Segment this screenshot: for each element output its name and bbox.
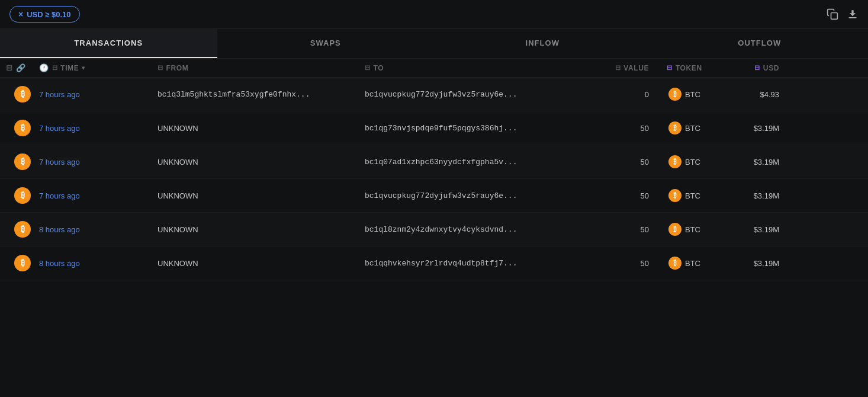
column-headers: ⊟ 🔗 🕐 ⊟ TIME ▾ ⊟ FROM ⊟ TO ⊟ VALUE ⊟ TOK… (0, 59, 868, 78)
svg-rect-1 (848, 17, 856, 18)
row-usd: $3.19M (720, 191, 779, 200)
row-from: UNKNOWN (157, 225, 365, 234)
row-icon-col: ₿ (6, 221, 39, 238)
row-icon-col: ₿ (6, 187, 39, 204)
row-to: bc1ql8znm2y4zdwnxytvy4cyksdvnd... (365, 225, 590, 234)
tab-bar: TRANSACTIONS SWAPS INFLOW OUTFLOW (0, 29, 868, 59)
token-btc-icon: ₿ (668, 88, 681, 101)
row-token: ₿ BTC (649, 223, 720, 236)
row-icon-col: ₿ (6, 255, 39, 271)
table-row[interactable]: ₿ 8 hours ago UNKNOWN bc1qqhvkehsyr2rlrd… (0, 246, 868, 280)
token-label: TOKEN (676, 64, 702, 72)
usd-label: USD (763, 64, 779, 72)
filter-icon-time: ⊟ (52, 64, 58, 72)
table-row[interactable]: ₿ 7 hours ago UNKNOWN bc1qvucpkug772dyju… (0, 179, 868, 213)
row-token: ₿ BTC (649, 257, 720, 270)
row-to: bc1qvucpkug772dyjufw3vz5rauy6e... (365, 191, 590, 200)
row-to: bc1q07ad1xzhpc63nyydcfxfgpha5v... (365, 158, 590, 167)
from-label: FROM (166, 64, 189, 72)
row-from: UNKNOWN (157, 259, 365, 268)
btc-icon: ₿ (14, 221, 31, 238)
row-time: 8 hours ago (39, 259, 157, 268)
row-time: 7 hours ago (39, 124, 157, 133)
row-icon-col: ₿ (6, 120, 39, 136)
row-usd: $3.19M (720, 225, 779, 234)
col-header-value[interactable]: ⊟ VALUE (590, 64, 649, 72)
filter-icon-from: ⊟ (157, 64, 163, 72)
table-row[interactable]: ₿ 7 hours ago UNKNOWN bc1qg73nvjspdqe9fu… (0, 111, 868, 145)
table-row[interactable]: ₿ 7 hours ago bc1q3lm5ghktslmfra53xygfe0… (0, 78, 868, 111)
row-to: bc1qqhvkehsyr2rlrdvq4udtp8tfj7... (365, 259, 590, 268)
col-header-to[interactable]: ⊟ TO (365, 64, 590, 72)
top-bar: × USD ≥ $0.10 (0, 0, 868, 29)
filter-icon-token: ⊟ (667, 64, 673, 72)
copy-icon[interactable] (827, 8, 838, 20)
row-time: 7 hours ago (39, 191, 157, 200)
download-icon[interactable] (847, 8, 859, 20)
row-to: bc1qg73nvjspdqe9fuf5pqgys386hj... (365, 124, 590, 133)
col-header-time[interactable]: 🕐 ⊟ TIME ▾ (39, 63, 157, 72)
table-row[interactable]: ₿ 7 hours ago UNKNOWN bc1q07ad1xzhpc63ny… (0, 145, 868, 179)
token-name: BTC (685, 90, 700, 99)
row-token: ₿ BTC (649, 189, 720, 202)
btc-icon: ₿ (14, 153, 31, 170)
tab-inflow[interactable]: INFLOW (434, 29, 651, 58)
row-time: 8 hours ago (39, 225, 157, 234)
row-token: ₿ BTC (649, 155, 720, 168)
row-value: 50 (590, 225, 649, 234)
svg-rect-0 (831, 13, 838, 20)
token-name: BTC (685, 225, 700, 234)
row-value: 50 (590, 191, 649, 200)
row-from: UNKNOWN (157, 191, 365, 200)
row-from: bc1q3lm5ghktslmfra53xygfe0fnhx... (157, 90, 365, 99)
token-btc-icon: ₿ (668, 121, 681, 135)
row-value: 50 (590, 124, 649, 133)
row-time: 7 hours ago (39, 90, 157, 99)
col-header-token[interactable]: ⊟ TOKEN (649, 64, 720, 72)
row-usd: $3.19M (720, 158, 779, 167)
btc-icon: ₿ (14, 120, 31, 136)
row-time: 7 hours ago (39, 158, 157, 167)
token-btc-icon: ₿ (668, 189, 681, 202)
filter-icon-to: ⊟ (365, 64, 371, 72)
btc-icon: ₿ (14, 187, 31, 204)
filter-close-button[interactable]: × (18, 9, 23, 19)
token-btc-icon: ₿ (668, 223, 681, 236)
token-name: BTC (685, 259, 700, 268)
tab-transactions[interactable]: TRANSACTIONS (0, 29, 217, 58)
row-icon-col: ₿ (6, 86, 39, 103)
col-header-from[interactable]: ⊟ FROM (157, 64, 365, 72)
row-usd: $3.19M (720, 259, 779, 268)
row-usd: $3.19M (720, 124, 779, 133)
filter-icon-usd: ⊟ (754, 64, 760, 72)
filter-text: USD ≥ $0.10 (27, 10, 70, 19)
token-btc-icon: ₿ (668, 155, 681, 168)
tab-swaps[interactable]: SWAPS (217, 29, 435, 58)
table-body: ₿ 7 hours ago bc1q3lm5ghktslmfra53xygfe0… (0, 78, 868, 280)
token-name: BTC (685, 191, 700, 200)
row-value: 50 (590, 259, 649, 268)
col-header-usd[interactable]: ⊟ USD (720, 64, 779, 72)
time-label: TIME (60, 64, 79, 72)
filter-icon-value: ⊟ (615, 64, 621, 72)
row-token: ₿ BTC (649, 121, 720, 135)
row-token: ₿ BTC (649, 88, 720, 101)
row-icon-col: ₿ (6, 153, 39, 170)
col-header-icon: ⊟ 🔗 (6, 63, 39, 72)
row-to: bc1qvucpkug772dyjufw3vz5rauy6e... (365, 90, 590, 99)
table-row[interactable]: ₿ 8 hours ago UNKNOWN bc1ql8znm2y4zdwnxy… (0, 213, 868, 246)
filter-badge[interactable]: × USD ≥ $0.10 (9, 6, 80, 23)
to-label: TO (374, 64, 384, 72)
row-usd: $4.93 (720, 90, 779, 99)
token-name: BTC (685, 158, 700, 167)
value-label: VALUE (623, 64, 649, 72)
top-icons (827, 8, 859, 20)
link-icon: 🔗 (16, 63, 26, 72)
row-from: UNKNOWN (157, 158, 365, 167)
token-btc-icon: ₿ (668, 257, 681, 270)
tab-outflow[interactable]: OUTFLOW (651, 29, 869, 58)
filter-icon-1: ⊟ (6, 63, 13, 72)
row-value: 0 (590, 90, 649, 99)
token-name: BTC (685, 124, 700, 133)
btc-icon: ₿ (14, 86, 31, 103)
